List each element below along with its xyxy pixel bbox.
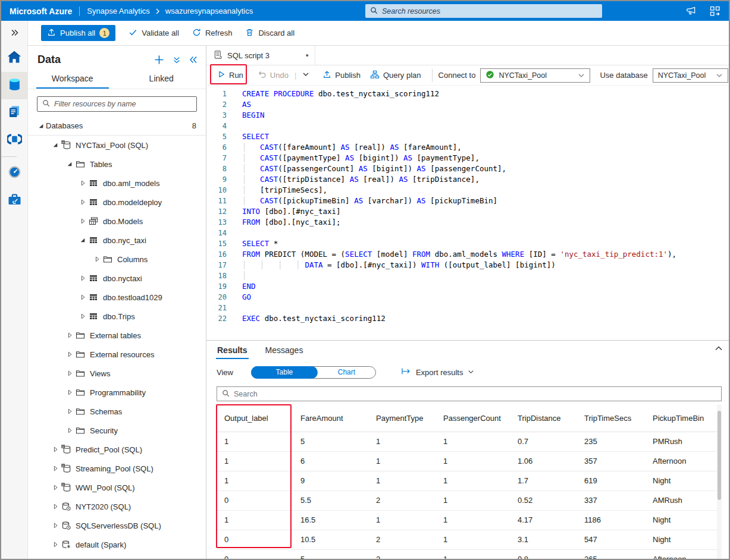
- filter-box[interactable]: [37, 96, 197, 112]
- refresh-button[interactable]: Refresh: [192, 28, 233, 39]
- code-line[interactable]: 7│ CAST([paymentType] AS [bigint]) AS [p…: [206, 153, 729, 163]
- caret-collapsed-icon[interactable]: [78, 199, 87, 205]
- caret-collapsed-icon[interactable]: [78, 275, 87, 281]
- connect-to-dropdown[interactable]: NYCTaxi_Pool: [480, 68, 590, 83]
- sql-code-editor[interactable]: 1CREATE PROCEDURE dbo.test_nyctaxi_scori…: [206, 86, 729, 340]
- tree-item[interactable]: surfacesalesdb (Spark): [28, 554, 206, 559]
- caret-expanded-icon[interactable]: [78, 237, 87, 243]
- code-line[interactable]: 8│ CAST([passengerCount] AS [bigint]) AS…: [206, 163, 729, 174]
- tab-messages[interactable]: Messages: [264, 345, 305, 359]
- caret-expanded-icon[interactable]: [51, 142, 60, 148]
- tree-item[interactable]: NYT2020 (SQL): [28, 497, 206, 516]
- undo-button[interactable]: Undo: [253, 65, 293, 85]
- caret-collapsed-icon[interactable]: [51, 446, 60, 452]
- sidebar-item-data[interactable]: [1, 72, 28, 99]
- results-search-box[interactable]: [217, 386, 722, 401]
- publish-button[interactable]: Publish: [318, 65, 365, 85]
- caret-collapsed-icon[interactable]: [78, 218, 87, 224]
- grid-row[interactable]: 116.5114.171186Night: [217, 510, 722, 530]
- caret-expanded-icon[interactable]: [65, 161, 74, 167]
- tree-item[interactable]: dbo.nyc_taxi: [28, 231, 206, 250]
- tree-item[interactable]: Tables: [28, 155, 206, 174]
- resource-search-input[interactable]: [382, 7, 597, 15]
- grid-column-header[interactable]: TripTimeSecs: [576, 405, 644, 432]
- tab-linked[interactable]: Linked: [117, 70, 206, 89]
- run-button[interactable]: Run: [212, 65, 248, 85]
- use-database-dropdown[interactable]: NYCTaxi_Pool: [653, 68, 728, 83]
- sidebar-item-home[interactable]: [1, 45, 28, 72]
- sidebar-item-manage[interactable]: [1, 187, 28, 214]
- tab-workspace[interactable]: Workspace: [28, 70, 117, 89]
- caret-collapsed-icon[interactable]: [65, 370, 74, 376]
- query-plan-button[interactable]: Query plan: [365, 65, 426, 85]
- code-line[interactable]: 18│: [206, 270, 729, 281]
- caret-collapsed-icon[interactable]: [78, 294, 87, 300]
- tab-sql-script-3[interactable]: SQL script 3 ●: [206, 46, 315, 65]
- caret-collapsed-icon[interactable]: [51, 485, 60, 490]
- tree-item[interactable]: Columns: [28, 250, 206, 269]
- code-line[interactable]: 12INTO [dbo].[#nyc_taxi]: [206, 206, 729, 217]
- code-line[interactable]: 9│ CAST([tripDistance] AS [real]) AS [tr…: [206, 174, 729, 185]
- sidebar-expand-button[interactable]: [1, 21, 27, 45]
- scrollbar-thumb[interactable]: [718, 411, 721, 500]
- add-resource-button[interactable]: [154, 55, 164, 65]
- sidebar-item-integrate[interactable]: [1, 127, 28, 154]
- code-line[interactable]: 20GO: [206, 292, 729, 303]
- scrollbar-track[interactable]: [717, 405, 722, 559]
- caret-collapsed-icon[interactable]: [78, 180, 87, 186]
- sidebar-item-monitor[interactable]: [1, 159, 28, 187]
- tree-item[interactable]: default (Spark): [28, 535, 206, 554]
- tree-item[interactable]: SQLServerlessDB (SQL): [28, 516, 206, 535]
- results-search-input[interactable]: [234, 390, 716, 398]
- caret-collapsed-icon[interactable]: [92, 256, 102, 262]
- code-line[interactable]: 11│ CAST([pickupTimeBin] AS [varchar]) A…: [206, 196, 729, 206]
- grid-row[interactable]: 05210.8265Afternoon: [217, 549, 722, 559]
- caret-collapsed-icon[interactable]: [65, 427, 74, 433]
- code-line[interactable]: 2AS: [206, 99, 729, 110]
- tree-item[interactable]: dbo.nyctaxi: [28, 269, 206, 288]
- caret-collapsed-icon[interactable]: [51, 542, 60, 548]
- publish-all-button[interactable]: Publish all 1: [41, 25, 115, 41]
- code-line[interactable]: 19END: [206, 281, 729, 292]
- megaphone-icon[interactable]: [685, 6, 697, 16]
- view-toggle-chart[interactable]: Chart: [318, 367, 375, 378]
- code-line[interactable]: 15SELECT *: [206, 238, 729, 249]
- tree-item[interactable]: Streaming_Pool (SQL): [28, 459, 206, 478]
- view-toggle-table[interactable]: Table: [251, 366, 318, 379]
- sidebar-item-develop[interactable]: [1, 99, 28, 127]
- code-line[interactable]: 4: [206, 121, 729, 131]
- caret-collapsed-icon[interactable]: [51, 465, 60, 471]
- tree-item[interactable]: External resources: [28, 345, 206, 364]
- tree-item[interactable]: dbo.aml_models: [28, 174, 206, 193]
- code-line[interactable]: 21: [206, 303, 729, 313]
- grid-column-header[interactable]: Output_label: [217, 405, 292, 432]
- undo-redo-menu-button[interactable]: [297, 65, 314, 85]
- tree-item[interactable]: External tables: [28, 326, 206, 345]
- tree-item[interactable]: Programmability: [28, 383, 206, 402]
- caret-expanded-icon[interactable]: [36, 123, 46, 129]
- grid-column-header[interactable]: FareAmount: [292, 405, 368, 432]
- grid-column-header[interactable]: PassengerCount: [435, 405, 509, 432]
- grid-column-header[interactable]: TripDistance: [509, 405, 576, 432]
- azure-brand[interactable]: Microsoft Azure: [1, 7, 72, 16]
- tab-results[interactable]: Results: [216, 345, 249, 359]
- code-line[interactable]: 1CREATE PROCEDURE dbo.test_nyctaxi_scori…: [206, 89, 729, 99]
- filter-resources-input[interactable]: [54, 100, 192, 108]
- collapse-all-icon[interactable]: [173, 56, 181, 64]
- tree-item[interactable]: dbo.modeldeploy: [28, 193, 206, 212]
- code-line[interactable]: 17│ │ │ │ DATA = [dbo].[#nyc_taxi]) WITH…: [206, 260, 729, 270]
- caret-collapsed-icon[interactable]: [65, 332, 74, 338]
- grid-row[interactable]: 16111.06357Afternoon: [217, 451, 722, 471]
- breadcrumb-product[interactable]: Synapse Analytics: [87, 7, 150, 15]
- caret-collapsed-icon[interactable]: [65, 389, 74, 395]
- grid-column-header[interactable]: PaymentType: [368, 405, 435, 432]
- discard-all-button[interactable]: Discard all: [245, 28, 294, 39]
- code-line[interactable]: 16FROM PREDICT (MODEL = (SELECT [model] …: [206, 249, 729, 260]
- caret-collapsed-icon[interactable]: [51, 523, 60, 528]
- tree-item[interactable]: Predict_Pool (SQL): [28, 440, 206, 459]
- tree-item[interactable]: Views: [28, 364, 206, 383]
- tree-item[interactable]: Databases8: [28, 117, 206, 136]
- validate-all-button[interactable]: Validate all: [129, 28, 179, 39]
- grid-row[interactable]: 19111.7619Night: [217, 471, 722, 490]
- caret-collapsed-icon[interactable]: [78, 313, 87, 319]
